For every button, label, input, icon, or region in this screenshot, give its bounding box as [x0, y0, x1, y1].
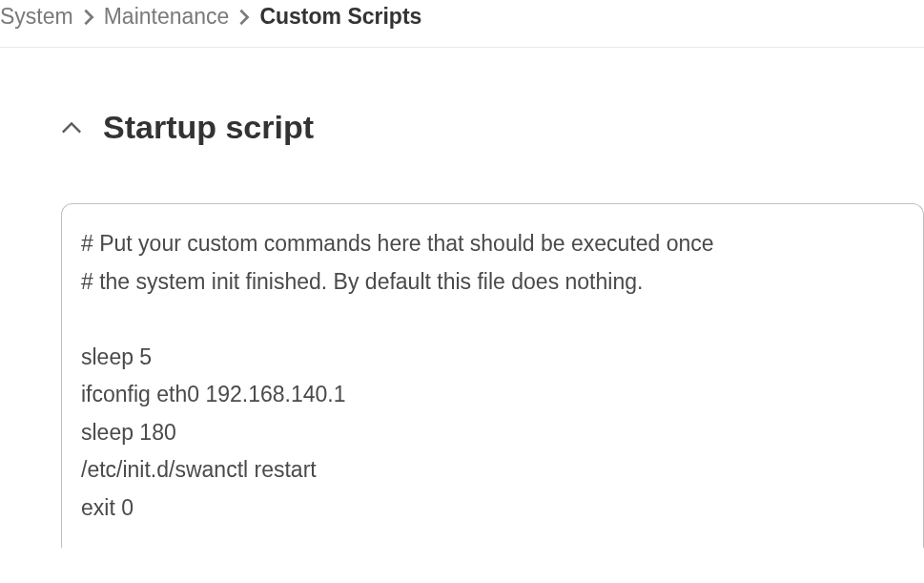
breadcrumb-item-maintenance[interactable]: Maintenance [104, 4, 230, 30]
section-title: Startup script [103, 109, 314, 146]
breadcrumb: System Maintenance Custom Scripts [0, 0, 924, 48]
breadcrumb-item-system[interactable]: System [0, 4, 73, 30]
chevron-right-icon [83, 9, 94, 26]
chevron-right-icon [238, 9, 250, 26]
breadcrumb-item-custom-scripts: Custom Scripts [259, 4, 421, 30]
content-area: Startup script # Put your custom command… [0, 48, 924, 548]
startup-script-textarea[interactable]: # Put your custom commands here that sho… [61, 203, 924, 548]
section-header-startup-script[interactable]: Startup script [61, 109, 924, 146]
chevron-up-icon [61, 121, 82, 135]
